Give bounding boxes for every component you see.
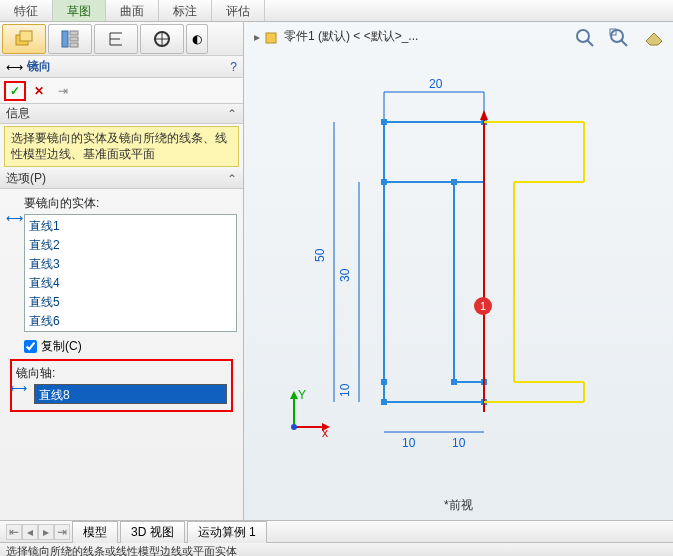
list-item[interactable]: 直线6 <box>29 312 232 331</box>
config-manager-button[interactable] <box>94 24 138 54</box>
property-panel: ◐ ⟷ 镜向 ? ✓ ✕ ⇥ 信息 ⌃ 选择要镜向的实体及镜向所绕的线条、线性模… <box>0 22 244 520</box>
mirror-axis-field[interactable]: 直线8 <box>34 384 227 404</box>
svg-line-17 <box>621 40 627 46</box>
view-name-label: *前视 <box>444 497 473 514</box>
status-bar: 选择镜向所绕的线条或线性模型边线或平面实体 <box>0 542 673 556</box>
svg-rect-5 <box>70 43 78 47</box>
tab-nav-last[interactable]: ⇥ <box>54 524 70 540</box>
svg-marker-41 <box>480 110 488 120</box>
panel-title: 镜向 <box>27 58 51 75</box>
svg-rect-31 <box>381 119 387 125</box>
axis-label: 镜向轴: <box>16 365 227 382</box>
mirror-icon: ⟷ <box>6 60 23 74</box>
graphics-area[interactable]: ▸ 零件1 (默认) < <默认>_... 20 <box>244 22 673 520</box>
tab-feature[interactable]: 特征 <box>0 0 53 21</box>
top-tabs: 特征 草图 曲面 标注 评估 <box>0 0 673 22</box>
zoom-area-icon[interactable] <box>607 26 631 50</box>
svg-rect-34 <box>451 179 457 185</box>
svg-text:50: 50 <box>313 248 327 262</box>
part-icon <box>264 29 280 45</box>
list-item[interactable]: 直线3 <box>29 255 232 274</box>
breadcrumb-arrow-icon[interactable]: ▸ <box>254 30 260 44</box>
svg-rect-1 <box>20 31 32 41</box>
pin-button[interactable]: ⇥ <box>52 81 74 101</box>
triad-axes: Y x <box>284 387 334 440</box>
tab-3dview[interactable]: 3D 视图 <box>120 521 185 543</box>
dimxpert-button[interactable] <box>140 24 184 54</box>
help-button[interactable]: ? <box>230 60 237 74</box>
svg-rect-36 <box>451 379 457 385</box>
list-item[interactable]: 直线4 <box>29 274 232 293</box>
property-manager-button[interactable] <box>48 24 92 54</box>
svg-marker-60 <box>290 391 298 399</box>
copy-label: 复制(C) <box>41 338 82 355</box>
svg-rect-13 <box>266 33 276 43</box>
tab-surface[interactable]: 曲面 <box>106 0 159 21</box>
svg-rect-2 <box>62 31 68 47</box>
overflow-button[interactable]: ◐ <box>186 24 208 54</box>
tab-model[interactable]: 模型 <box>72 521 118 543</box>
axis-icon: ⟷ <box>10 381 27 395</box>
chevron-up-icon[interactable]: ⌃ <box>227 172 237 186</box>
svg-text:30: 30 <box>338 268 352 282</box>
svg-rect-37 <box>381 399 387 405</box>
svg-text:Y: Y <box>298 388 306 402</box>
entities-icon: ⟷ <box>6 211 23 225</box>
list-item[interactable]: 直线7 <box>29 331 232 332</box>
cancel-button[interactable]: ✕ <box>28 81 50 101</box>
list-item[interactable]: 直线1 <box>29 217 232 236</box>
tab-annotation[interactable]: 标注 <box>159 0 212 21</box>
entities-label: 要镜向的实体: <box>24 195 237 212</box>
tab-nav-next[interactable]: ▸ <box>38 524 54 540</box>
svg-marker-19 <box>646 33 662 45</box>
svg-text:20: 20 <box>429 77 443 91</box>
copy-checkbox[interactable] <box>24 340 37 353</box>
tab-nav-first[interactable]: ⇤ <box>6 524 22 540</box>
tab-sketch[interactable]: 草图 <box>53 0 106 21</box>
svg-text:10: 10 <box>452 436 466 450</box>
svg-rect-35 <box>381 379 387 385</box>
svg-point-63 <box>291 424 297 430</box>
list-item[interactable]: 直线2 <box>29 236 232 255</box>
svg-rect-4 <box>70 37 78 41</box>
chevron-up-icon[interactable]: ⌃ <box>227 107 237 121</box>
bottom-tabs: ⇤ ◂ ▸ ⇥ 模型 3D 视图 运动算例 1 <box>0 520 673 542</box>
ok-button[interactable]: ✓ <box>4 81 26 101</box>
svg-text:10: 10 <box>402 436 416 450</box>
view-orientation-icon[interactable] <box>641 26 665 50</box>
svg-text:x: x <box>322 426 328 437</box>
breadcrumb-part[interactable]: 零件1 (默认) < <默认>_... <box>284 28 418 45</box>
feature-manager-button[interactable] <box>2 24 46 54</box>
zoom-fit-icon[interactable] <box>573 26 597 50</box>
options-heading: 选项(P) <box>6 170 46 187</box>
tab-motion[interactable]: 运动算例 1 <box>187 521 267 543</box>
tab-nav-prev[interactable]: ◂ <box>22 524 38 540</box>
svg-rect-3 <box>70 31 78 35</box>
list-item[interactable]: 直线5 <box>29 293 232 312</box>
svg-line-15 <box>587 40 593 46</box>
info-message: 选择要镜向的实体及镜向所绕的线条、线性模型边线、基准面或平面 <box>4 126 239 167</box>
entities-listbox[interactable]: 直线1 直线2 直线3 直线4 直线5 直线6 直线7 <box>24 214 237 332</box>
callout-marker: 1 <box>474 297 492 315</box>
svg-rect-24 <box>384 122 484 182</box>
svg-rect-33 <box>381 179 387 185</box>
tab-evaluate[interactable]: 评估 <box>212 0 265 21</box>
info-heading: 信息 <box>6 105 30 122</box>
svg-text:10: 10 <box>338 383 352 397</box>
